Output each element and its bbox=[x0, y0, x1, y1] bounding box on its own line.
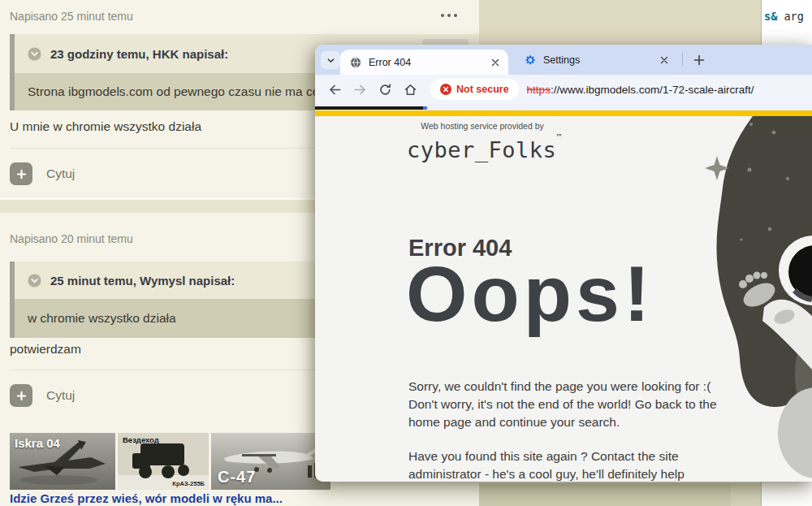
image-caption: Вездеход bbox=[123, 435, 159, 444]
trademark-symbol: ™ bbox=[556, 132, 561, 141]
forward-button[interactable] bbox=[349, 79, 370, 100]
url-rest: ://www.ibgmodels.com/1-72-scale-aircraft… bbox=[551, 84, 754, 96]
quote-text: w chromie wszystko działa bbox=[28, 311, 176, 326]
error-paragraph: Have you found this site again ? Contact… bbox=[408, 448, 727, 482]
quote-button-label: Cytuj bbox=[46, 167, 75, 181]
signature-topic-link[interactable]: Idzie Grześ przez wieś, wór modeli w ręk… bbox=[10, 491, 283, 505]
brand-name: cyber_Folks bbox=[407, 137, 556, 162]
tab-error-404[interactable]: Error 404 bbox=[340, 50, 508, 75]
tab-title: Error 404 bbox=[369, 57, 488, 68]
globe-icon bbox=[350, 57, 361, 68]
error-page: Web hosting service provided by cyber_Fo… bbox=[315, 116, 812, 482]
quote-attribution: 25 minut temu, Wymysl napisał: bbox=[50, 274, 235, 288]
browser-window: Error 404 Settings bbox=[315, 45, 812, 482]
quote-post-button[interactable]: Cytuj bbox=[10, 162, 75, 185]
screenshot-root: Napisano 25 minut temu 23 godziny temu, … bbox=[0, 0, 812, 506]
code-token: arg bbox=[777, 10, 804, 23]
gear-icon bbox=[525, 54, 536, 66]
tab-title: Settings bbox=[543, 54, 657, 66]
plus-icon bbox=[693, 54, 705, 66]
plus-icon bbox=[10, 162, 32, 185]
gallery-image-iskra[interactable]: Iskra 04 bbox=[10, 433, 115, 490]
quote-collapse-icon[interactable] bbox=[28, 274, 41, 288]
tab-divider bbox=[682, 53, 683, 67]
reload-button[interactable] bbox=[374, 79, 395, 100]
quote-attribution: 23 godziny temu, HKK napisał: bbox=[50, 47, 228, 61]
new-tab-button[interactable] bbox=[689, 50, 708, 69]
omnibox[interactable]: Not secure https://www.ibgmodels.com/1-7… bbox=[430, 79, 754, 100]
post-timestamp: Napisano 25 minut temu bbox=[10, 10, 133, 23]
tab-strip: Error 404 Settings bbox=[315, 45, 812, 75]
signature-gallery: Iskra 04 Вездеход КрАЗ-255Б bbox=[10, 433, 330, 490]
post-reply-text: U mnie w chromie wszystko działa bbox=[10, 119, 201, 134]
hosting-note: Web hosting service provided by bbox=[408, 121, 556, 131]
not-secure-icon bbox=[440, 84, 451, 95]
progress-bar-tip bbox=[423, 106, 427, 110]
cyberfolks-logo: cyber_Folks™ bbox=[407, 132, 561, 162]
post-reply-text: potwierdzam bbox=[10, 342, 81, 357]
quote-collapse-icon[interactable] bbox=[28, 47, 41, 61]
gallery-image-c47[interactable]: C-47 bbox=[211, 433, 330, 490]
error-paragraph: Sorry, we couldn't find the page you wer… bbox=[408, 378, 727, 431]
url-text[interactable]: https://www.ibgmodels.com/1-72-scale-air… bbox=[527, 84, 754, 96]
toolbar-substrip bbox=[315, 104, 812, 110]
background-content-block bbox=[731, 483, 761, 506]
back-button[interactable] bbox=[324, 79, 345, 100]
security-chip[interactable]: Not secure bbox=[430, 79, 519, 100]
post-options-icon[interactable] bbox=[441, 14, 457, 17]
image-caption: КрАЗ-255Б bbox=[172, 480, 205, 487]
tab-close-icon[interactable] bbox=[488, 55, 502, 69]
image-caption: C-47 bbox=[218, 468, 256, 487]
url-scheme: https bbox=[527, 84, 551, 96]
tab-close-icon[interactable] bbox=[657, 53, 671, 67]
error-headline: Oops! bbox=[406, 253, 654, 335]
code-line: s& arg bbox=[764, 10, 804, 23]
background-content-block bbox=[479, 0, 761, 45]
security-chip-label: Not secure bbox=[456, 84, 509, 95]
quote-text: Strona ibgmodels.com od pewnego czasu ni… bbox=[28, 84, 364, 99]
plus-icon bbox=[10, 384, 32, 407]
browser-toolbar: Not secure https://www.ibgmodels.com/1-7… bbox=[315, 75, 812, 104]
progress-bar-dark bbox=[315, 106, 423, 110]
brand-color-bar bbox=[315, 110, 812, 116]
gallery-image-truck[interactable]: Вездеход КрАЗ-255Б bbox=[118, 433, 209, 490]
image-caption: Iskra 04 bbox=[15, 436, 60, 450]
quote-post-button[interactable]: Cytuj bbox=[10, 384, 75, 407]
code-token: s& bbox=[764, 10, 777, 23]
tab-search-button[interactable] bbox=[321, 51, 340, 69]
background-content-block bbox=[479, 483, 731, 506]
post-timestamp: Napisano 20 minut temu bbox=[10, 232, 133, 245]
chevron-down-icon bbox=[326, 56, 335, 65]
tab-settings[interactable]: Settings bbox=[515, 45, 677, 75]
quote-button-label: Cytuj bbox=[46, 388, 75, 403]
home-button[interactable] bbox=[400, 79, 421, 100]
